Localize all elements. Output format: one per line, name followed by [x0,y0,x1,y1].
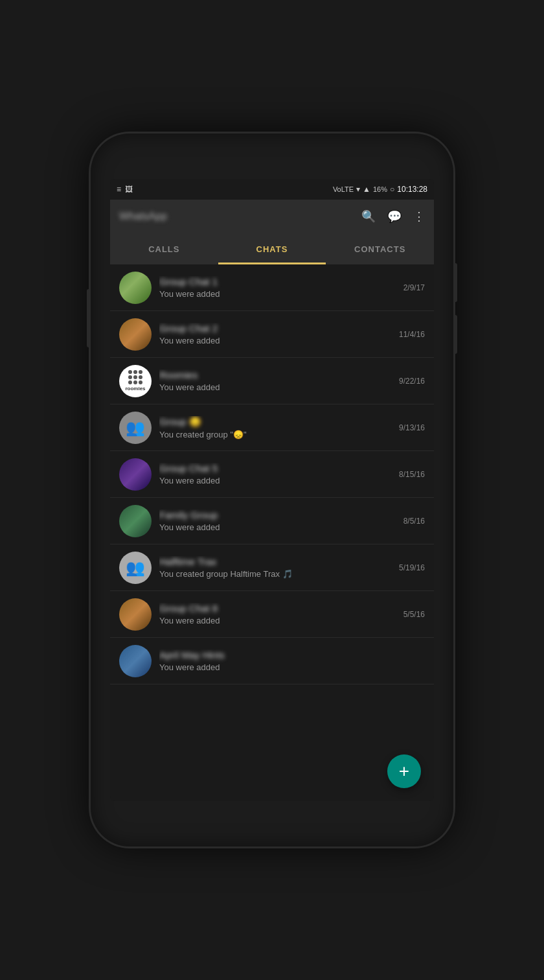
chat-content: Group Chat 8 You were added [159,603,398,625]
avatar [119,272,152,304]
clock: 10:13:28 [397,185,427,194]
image-icon: 🖼 [125,185,133,194]
chat-content: Family Group You were added [159,509,398,532]
chat-message: You were added [159,662,420,672]
chat-list: Group Chat 1 You were added 2/9/17 Group… [110,264,434,801]
status-right-info: VoLTE ▾ ▲ 16% ○ 10:13:28 [333,185,427,194]
chat-message: You created group "😞" [159,430,394,439]
phone-frame: ≡ 🖼 VoLTE ▾ ▲ 16% ○ 10:13:28 WhatsApp 🔍 … [91,134,453,846]
avatar: 👥 [119,552,152,584]
app-toolbar: WhatsApp 🔍 💬 ⋮ [110,200,434,233]
chat-meta: 8/5/16 [403,517,425,526]
new-chat-fab[interactable]: + [387,754,421,788]
avatar [119,645,152,677]
chat-list-item[interactable]: roomies Roomies You were added 9/22/16 [110,358,434,404]
chat-meta: 9/22/16 [399,377,425,386]
tab-contacts[interactable]: CONTACTS [326,233,434,264]
chat-meta: 8/15/16 [399,470,425,479]
chat-date: 9/13/16 [399,423,425,432]
battery-level: 16% [373,185,387,193]
chat-name: April May Hints [159,649,420,660]
chat-meta: 9/13/16 [399,423,425,432]
chat-meta: 11/4/16 [399,330,425,339]
chat-message: You were added [159,476,394,485]
chat-content: Halftime Trax You created group Halftime… [159,556,394,579]
chat-message: You created group Halftime Trax 🎵 [159,569,394,579]
chat-list-item[interactable]: 👥 Halftime Trax You created group Halfti… [110,544,434,591]
chat-message: You were added [159,616,398,625]
chat-list-item[interactable]: Group Chat 2 You were added 11/4/16 [110,311,434,358]
battery-icon: ○ [390,185,394,194]
chat-meta: 5/19/16 [399,563,425,572]
chat-message: You were added [159,289,398,299]
volume-up-button[interactable] [454,263,457,302]
chat-meta: 2/9/17 [403,283,425,292]
chat-message: You were added [159,522,398,532]
chat-list-item[interactable]: Family Group You were added 8/5/16 [110,498,434,544]
chat-date: 9/22/16 [399,377,425,386]
chat-list-item[interactable]: Group Chat 8 You were added 5/5/16 [110,591,434,638]
chat-name: Group 😞 [159,416,394,428]
chat-name: Halftime Trax [159,556,394,567]
tab-calls[interactable]: CALLS [110,233,218,264]
notification-icon: ≡ [117,185,121,194]
chat-content: Group Chat 5 You were added [159,463,394,485]
chat-message: You were added [159,382,394,392]
chat-content: Group 😞 You created group "😞" [159,416,394,439]
new-chat-icon[interactable]: 💬 [387,209,402,224]
chat-date: 11/4/16 [399,330,425,339]
tab-bar: CALLS CHATS CONTACTS [110,233,434,264]
volte-indicator: VoLTE [333,185,354,193]
app-title: WhatsApp [119,211,167,222]
chat-date: 2/9/17 [403,283,425,292]
avatar [119,598,152,631]
chat-date: 8/5/16 [403,517,425,526]
signal-icon: ▲ [363,185,370,194]
fab-plus-icon: + [399,761,409,782]
phone-screen: ≡ 🖼 VoLTE ▾ ▲ 16% ○ 10:13:28 WhatsApp 🔍 … [110,179,434,801]
chat-date: 5/5/16 [403,610,425,619]
wifi-icon: ▾ [356,185,360,194]
tab-chats[interactable]: CHATS [218,233,326,264]
power-button[interactable] [87,289,90,347]
chat-date: 8/15/16 [399,470,425,479]
avatar [119,505,152,537]
chat-name: Family Group [159,509,398,520]
chat-list-item[interactable]: April May Hints You were added [110,638,434,684]
chat-name: Group Chat 8 [159,603,398,614]
chat-name: Roomies [159,369,394,380]
chat-meta: 5/5/16 [403,610,425,619]
chat-content: Roomies You were added [159,369,394,392]
status-left-icons: ≡ 🖼 [117,185,133,194]
status-bar: ≡ 🖼 VoLTE ▾ ▲ 16% ○ 10:13:28 [110,179,434,200]
avatar [119,318,152,351]
chat-message: You were added [159,336,394,345]
chat-list-item[interactable]: Group Chat 1 You were added 2/9/17 [110,264,434,311]
chat-content: Group Chat 2 You were added [159,323,394,345]
volume-down-button[interactable] [454,315,457,354]
chat-date: 5/19/16 [399,563,425,572]
chat-name: Group Chat 1 [159,276,398,287]
chat-list-item[interactable]: 👥 Group 😞 You created group "😞" 9/13/16 [110,404,434,451]
avatar: 👥 [119,412,152,444]
search-icon[interactable]: 🔍 [361,209,376,224]
chat-name: Group Chat 5 [159,463,394,474]
chat-content: April May Hints You were added [159,649,420,672]
chat-list-item[interactable]: Group Chat 5 You were added 8/15/16 [110,451,434,498]
avatar: roomies [119,365,152,397]
avatar [119,458,152,491]
chat-name: Group Chat 2 [159,323,394,334]
toolbar-action-icons: 🔍 💬 ⋮ [361,209,425,224]
chat-content: Group Chat 1 You were added [159,276,398,299]
more-options-icon[interactable]: ⋮ [413,209,425,224]
